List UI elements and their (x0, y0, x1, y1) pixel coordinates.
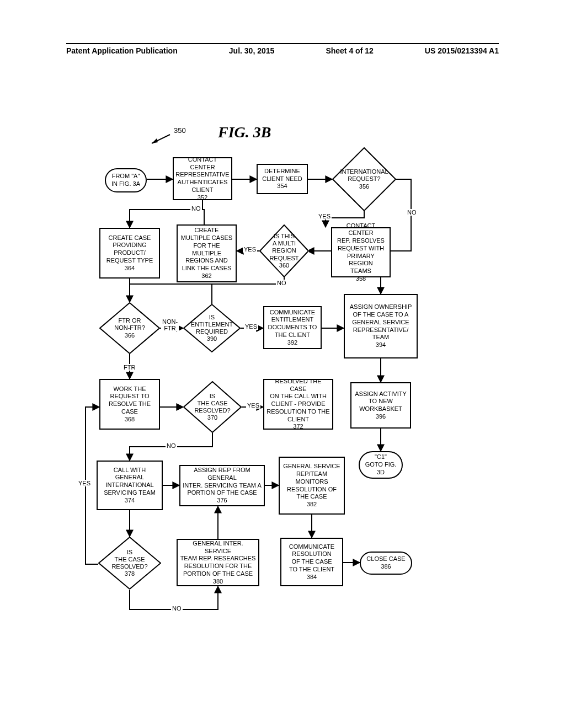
terminator-from-a: FROM "A" IN FIG. 3A (105, 168, 147, 192)
pub-date: Jul. 30, 2015 (229, 46, 275, 55)
process-384-communicate-resolution: COMMUNICATE RESOLUTION OF THE CASE TO TH… (280, 538, 343, 586)
process-352-authenticate: CONTACT CENTER REPRESENTATIVE AUTHENTICA… (173, 157, 232, 200)
label-378-no: NO (171, 605, 183, 612)
sheet-no: Sheet 4 of 12 (326, 46, 373, 55)
process-380-researches: GENERAL INTER. SERVICE TEAM REP. RESEARC… (177, 539, 259, 586)
process-382-monitors: GENERAL SERVICE REP/TEAM MONITORS RESOLU… (279, 457, 345, 515)
process-358-resolves-request: CONTACT CENTER REP. RESOLVES REQUEST WIT… (331, 227, 391, 277)
process-362-multiple-cases: CREATE MULTIPLE CASES FOR THE MULTIPLE R… (177, 224, 237, 282)
process-374-call-team: CALL WITH GENERAL INTERNATIONAL SERVICIN… (97, 461, 163, 510)
figure-title: FIG. 3B (218, 124, 271, 141)
process-372-resolved-on-call: RESOLVED THE CASE ON THE CALL WITH CLIEN… (263, 379, 333, 430)
process-396-assign-activity: ASSIGN ACTIVITY TO NEW WORKBASKET 396 (350, 382, 411, 429)
figure-ref-350: 350 (174, 126, 186, 135)
label-360-yes: YES (243, 246, 257, 253)
label-352-no: NO (190, 205, 202, 212)
pub-number: US 2015/0213394 A1 (425, 46, 499, 55)
terminator-c1: "C1" GOTO FIG. 3D (359, 451, 403, 479)
process-394-assign-ownership: ASSIGN OWNERSHIP OF THE CASE TO A GENERA… (344, 294, 418, 358)
label-356-yes: YES (317, 213, 332, 220)
process-364-create-case: CREATE CASE PROVIDING PRODUCT/ REQUEST T… (99, 228, 160, 279)
label-370-yes: YES (246, 402, 260, 409)
decision-356-international: INTERNATIONAL REQUEST? 356 (332, 147, 396, 211)
decision-390-entitlement: IS ENTITLEMENT REQUIRED 390 (183, 304, 241, 352)
label-378-yes: YES (77, 480, 92, 486)
label-370-no: NO (166, 442, 177, 449)
flowchart-diagram: FROM "A" IN FIG. 3A CONTACT CENTER REPRE… (77, 141, 430, 637)
process-368-work-request: WORK THE REQUEST TO RESOLVE THE CASE 368 (99, 379, 160, 430)
label-366-nonftr: NON- FTR (161, 318, 179, 331)
decision-370-case-resolved: IS THE CASE RESOLVED? 370 (183, 381, 242, 433)
pub-type: Patent Application Publication (66, 46, 178, 55)
decision-360-multi-region: IS THIS A MULTI REGION REQUEST 360 (259, 224, 309, 277)
label-390-yes: YES (244, 323, 258, 330)
decision-366-ftr: FTR OR NON-FTR? 366 (99, 302, 160, 354)
process-354-determine-need: DETERMINE CLIENT NEED 354 (257, 164, 308, 194)
page-header: Patent Application Publication Jul. 30, … (66, 43, 499, 55)
process-376-assign-rep: ASSIGN REP FROM GENERAL INTER. SERVICING… (179, 465, 265, 506)
label-356-no: NO (406, 209, 418, 216)
process-392-communicate-docs: COMMUNICATE ENTITLEMENT DOCUMENTS TO THE… (263, 306, 322, 349)
label-360-no: NO (276, 280, 287, 286)
terminator-386-close-case: CLOSE CASE 386 (360, 552, 412, 575)
label-366-ftr: FTR (122, 364, 136, 371)
decision-378-resolved: IS THE CASE RESOLVED? 378 (98, 537, 161, 590)
